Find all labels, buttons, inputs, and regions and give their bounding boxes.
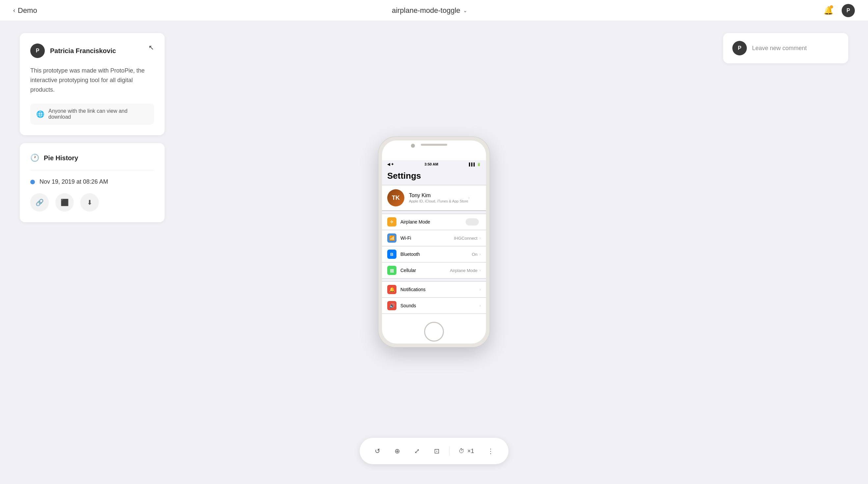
history-count: ×1: [467, 448, 474, 455]
settings-title: Settings: [382, 168, 486, 185]
record-button[interactable]: ⊡: [428, 443, 445, 460]
reset-button[interactable]: ↺: [369, 443, 386, 460]
fit-button[interactable]: ⤢: [408, 443, 426, 460]
qr-code-button[interactable]: ⬛: [55, 193, 74, 212]
profile-chevron: ›: [468, 196, 470, 200]
history-card: 🕐 Pie History Nov 19, 2019 at 08:26 AM 🔗…: [20, 143, 165, 222]
history-item: Nov 19, 2019 at 08:26 AM: [30, 178, 154, 185]
nav-right: 🔔 P: [822, 4, 855, 17]
wifi-label: Wi-Fi: [400, 235, 454, 241]
nav-back[interactable]: ‹ Demo: [13, 6, 37, 15]
profile-name-ios: Tony Kim: [409, 193, 468, 198]
wifi-row[interactable]: 📶 Wi-Fi IHGConnect ›: [382, 230, 486, 246]
left-panel: P Patricia Franciskovic ↖ This prototype…: [20, 33, 165, 222]
airplane-toggle[interactable]: [466, 218, 479, 226]
phone-speaker: [421, 144, 447, 146]
sounds-icon: 🔊: [387, 301, 397, 310]
cellular-icon: ▦: [387, 266, 397, 275]
wifi-value: IHGConnect: [454, 236, 477, 241]
download-button[interactable]: ⬇: [80, 193, 99, 212]
notification-badge: [830, 5, 833, 8]
statusbar-right: ▌▌▌ 🔋: [469, 163, 481, 166]
cellular-value: Airplane Mode: [450, 268, 477, 273]
bluetooth-chevron: ›: [479, 252, 481, 257]
bottom-toolbar: ↺ ⊕ ⤢ ⊡ ⏱ ×1 ⋮: [360, 438, 508, 464]
toolbar-divider: [449, 447, 450, 456]
cursor-icon: ↖: [149, 44, 154, 51]
bluetooth-icon: B: [387, 250, 397, 259]
history-icon: ⏱: [459, 448, 465, 455]
history-icon: 🕐: [30, 154, 39, 162]
notifications-row[interactable]: 🔔 Notifications ›: [382, 282, 486, 298]
notifications-label: Notifications: [400, 287, 479, 292]
bluetooth-value: On: [472, 252, 477, 257]
ios-section-2: 🔔 Notifications › 🔊 Sounds › 🌙 Do Not Di…: [382, 281, 486, 314]
cellular-row[interactable]: ▦ Cellular Airplane Mode ›: [382, 262, 486, 278]
ios-statusbar: ◀ ✦ 3:50 AM ▌▌▌ 🔋: [382, 160, 486, 168]
airplane-label: Airplane Mode: [400, 219, 466, 225]
phone-screen[interactable]: ◀ ✦ 3:50 AM ▌▌▌ 🔋 Settings TK Tony Kim A…: [382, 140, 486, 344]
back-icon: ‹: [13, 7, 15, 14]
ios-screen: ◀ ✦ 3:50 AM ▌▌▌ 🔋 Settings TK Tony Kim A…: [382, 160, 486, 314]
history-actions: 🔗 ⬛ ⬇: [30, 193, 154, 212]
more-button[interactable]: ⋮: [482, 443, 499, 460]
phone-camera: [411, 144, 415, 148]
user-avatar-button[interactable]: P: [842, 4, 855, 17]
wifi-chevron: ›: [479, 236, 481, 240]
card-description: This prototype was made with ProtoPie, t…: [30, 66, 154, 94]
profile-info-ios: Tony Kim Apple ID, iCloud, iTunes & App …: [409, 193, 468, 203]
ios-section-1: ✈ Airplane Mode 📶 Wi-Fi IHGConnect › B B…: [382, 213, 486, 279]
phone-outer: ◀ ✦ 3:50 AM ▌▌▌ 🔋 Settings TK Tony Kim A…: [378, 137, 490, 347]
top-nav: ‹ Demo airplane-mode-toggle ⌄ 🔔 P: [0, 0, 868, 21]
zoom-in-button[interactable]: ⊕: [389, 443, 406, 460]
globe-icon: 🌐: [36, 110, 44, 118]
cellular-chevron: ›: [479, 268, 481, 273]
card-header: P Patricia Franciskovic: [30, 44, 154, 58]
right-panel: P Leave new comment: [723, 33, 848, 63]
user-card: P Patricia Franciskovic ↖ This prototype…: [20, 33, 165, 135]
title-dropdown-icon[interactable]: ⌄: [463, 7, 467, 13]
history-title: Pie History: [44, 154, 78, 162]
notifications-icon: 🔔: [387, 285, 397, 294]
sounds-chevron: ›: [479, 303, 481, 308]
ios-profile-section: TK Tony Kim Apple ID, iCloud, iTunes & A…: [382, 185, 486, 211]
statusbar-left: ◀ ✦: [387, 162, 394, 167]
history-dot: [30, 180, 35, 184]
phone-container: ◀ ✦ 3:50 AM ▌▌▌ 🔋 Settings TK Tony Kim A…: [378, 137, 490, 347]
phone-home-button[interactable]: [424, 322, 444, 342]
demo-label: Demo: [18, 6, 37, 15]
cellular-label: Cellular: [400, 268, 450, 273]
bluetooth-label: Bluetooth: [400, 252, 472, 257]
wifi-icon: 📶: [387, 233, 397, 243]
airplane-mode-row[interactable]: ✈ Airplane Mode: [382, 214, 486, 230]
share-row[interactable]: 🌐 Anyone with the link can view and down…: [30, 104, 154, 125]
share-text: Anyone with the link can view and downlo…: [49, 108, 148, 120]
nav-center: airplane-mode-toggle ⌄: [392, 6, 467, 15]
profile-avatar-ios: TK: [387, 189, 404, 206]
user-name: Patricia Franciskovic: [50, 47, 116, 55]
copy-link-button[interactable]: 🔗: [30, 193, 49, 212]
user-avatar: P: [30, 44, 45, 58]
prototype-title: airplane-mode-toggle: [392, 6, 460, 15]
sounds-row[interactable]: 🔊 Sounds ›: [382, 298, 486, 314]
comment-label: Leave new comment: [752, 45, 807, 52]
comment-avatar: P: [732, 41, 747, 55]
profile-sub-ios: Apple ID, iCloud, iTunes & App Store: [409, 199, 468, 203]
bluetooth-row[interactable]: B Bluetooth On ›: [382, 246, 486, 262]
history-button[interactable]: ⏱ ×1: [454, 445, 479, 457]
airplane-icon: ✈: [387, 217, 397, 227]
statusbar-time: 3:50 AM: [425, 162, 438, 166]
profile-row[interactable]: TK Tony Kim Apple ID, iCloud, iTunes & A…: [382, 185, 486, 211]
notification-button[interactable]: 🔔: [822, 4, 835, 17]
sounds-label: Sounds: [400, 303, 479, 308]
notifications-chevron: ›: [479, 287, 481, 292]
comment-card[interactable]: P Leave new comment: [723, 33, 848, 63]
history-date: Nov 19, 2019 at 08:26 AM: [39, 178, 108, 185]
history-card-header: 🕐 Pie History: [30, 154, 154, 170]
